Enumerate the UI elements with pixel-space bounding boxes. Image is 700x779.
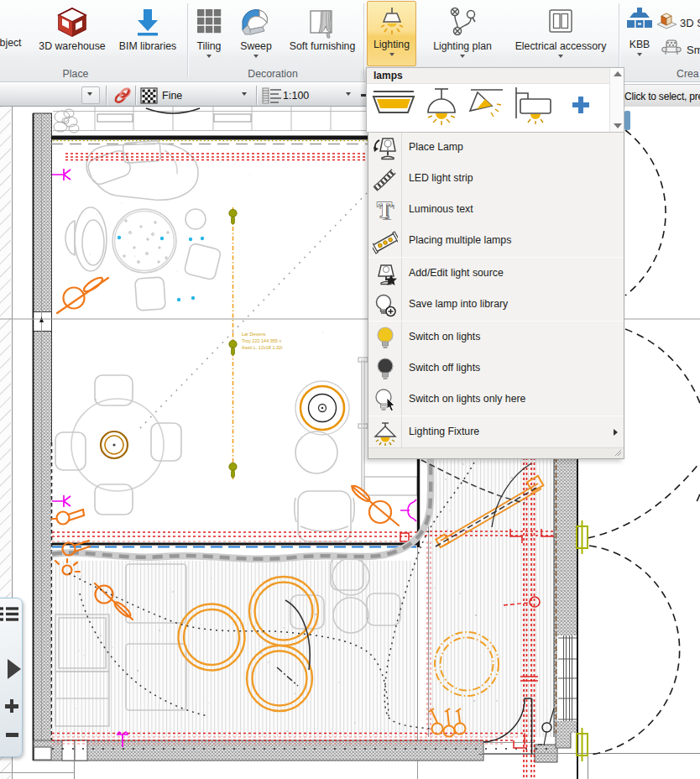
svg-text:Lar Devens: Lar Devens <box>242 332 265 337</box>
svg-text:Aseti L. 12x18 1.32r: Aseti L. 12x18 1.32r <box>242 345 283 350</box>
svg-text:T: T <box>377 198 392 222</box>
svg-text:Troy 222 144 355 x: Troy 222 144 355 x <box>242 338 281 343</box>
